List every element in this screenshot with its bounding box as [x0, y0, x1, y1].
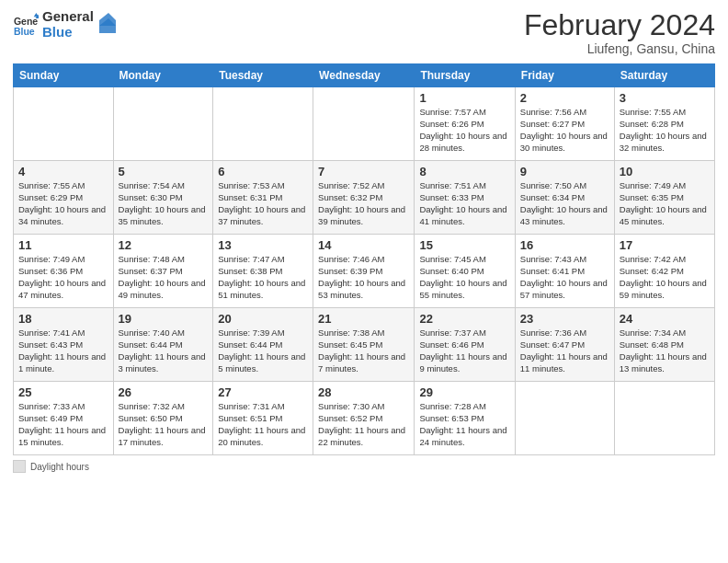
calendar-cell: [313, 87, 415, 161]
day-info: Sunrise: 7:48 AM Sunset: 6:37 PM Dayligh…: [119, 254, 209, 301]
svg-text:Blue: Blue: [14, 25, 35, 36]
month-title: February 2024: [524, 9, 715, 41]
day-number: 19: [119, 312, 209, 326]
day-info: Sunrise: 7:47 AM Sunset: 6:38 PM Dayligh…: [218, 254, 308, 301]
day-info: Sunrise: 7:31 AM Sunset: 6:51 PM Dayligh…: [218, 401, 308, 448]
day-info: Sunrise: 7:49 AM Sunset: 6:35 PM Dayligh…: [620, 180, 710, 227]
day-info: Sunrise: 7:39 AM Sunset: 6:44 PM Dayligh…: [218, 327, 308, 374]
calendar-cell: 9Sunrise: 7:50 AM Sunset: 6:34 PM Daylig…: [515, 161, 614, 235]
calendar-cell: 29Sunrise: 7:28 AM Sunset: 6:53 PM Dayli…: [415, 382, 515, 455]
calendar-week-1: 4Sunrise: 7:55 AM Sunset: 6:29 PM Daylig…: [14, 161, 715, 235]
day-info: Sunrise: 7:30 AM Sunset: 6:52 PM Dayligh…: [318, 401, 409, 448]
calendar-cell: 10Sunrise: 7:49 AM Sunset: 6:35 PM Dayli…: [614, 161, 714, 235]
day-info: Sunrise: 7:32 AM Sunset: 6:50 PM Dayligh…: [119, 401, 209, 448]
footer: Daylight hours: [13, 460, 715, 473]
calendar-cell: 17Sunrise: 7:42 AM Sunset: 6:42 PM Dayli…: [614, 235, 714, 308]
calendar-cell: 11Sunrise: 7:49 AM Sunset: 6:36 PM Dayli…: [14, 235, 114, 308]
calendar-week-3: 18Sunrise: 7:41 AM Sunset: 6:43 PM Dayli…: [14, 308, 715, 382]
day-info: Sunrise: 7:34 AM Sunset: 6:48 PM Dayligh…: [620, 327, 710, 374]
legend-box: [13, 460, 26, 473]
calendar-cell: 16Sunrise: 7:43 AM Sunset: 6:41 PM Dayli…: [515, 235, 614, 308]
day-number: 18: [18, 312, 108, 326]
calendar-cell: 21Sunrise: 7:38 AM Sunset: 6:45 PM Dayli…: [313, 308, 415, 382]
calendar-cell: 5Sunrise: 7:54 AM Sunset: 6:30 PM Daylig…: [113, 161, 213, 235]
day-number: 9: [520, 165, 609, 178]
day-number: 3: [620, 91, 710, 105]
logo-blue: Blue: [42, 25, 94, 40]
calendar-cell: 18Sunrise: 7:41 AM Sunset: 6:43 PM Dayli…: [14, 308, 114, 382]
calendar-header-sunday: Sunday: [14, 64, 114, 87]
day-number: 6: [218, 165, 308, 178]
calendar-header-tuesday: Tuesday: [213, 64, 313, 87]
day-number: 14: [318, 238, 409, 252]
calendar-header-thursday: Thursday: [415, 64, 515, 87]
day-info: Sunrise: 7:52 AM Sunset: 6:32 PM Dayligh…: [318, 180, 409, 227]
day-number: 21: [318, 312, 409, 326]
day-number: 15: [419, 238, 509, 252]
header: General Blue General Blue February 2024 …: [13, 9, 715, 56]
calendar-cell: 20Sunrise: 7:39 AM Sunset: 6:44 PM Dayli…: [213, 308, 313, 382]
calendar-cell: 15Sunrise: 7:45 AM Sunset: 6:40 PM Dayli…: [415, 235, 515, 308]
calendar-header-saturday: Saturday: [614, 64, 714, 87]
day-number: 27: [218, 385, 308, 399]
calendar-header-wednesday: Wednesday: [313, 64, 415, 87]
calendar-week-2: 11Sunrise: 7:49 AM Sunset: 6:36 PM Dayli…: [14, 235, 715, 308]
calendar-cell: 28Sunrise: 7:30 AM Sunset: 6:52 PM Dayli…: [313, 382, 415, 455]
day-info: Sunrise: 7:56 AM Sunset: 6:27 PM Dayligh…: [520, 107, 609, 154]
day-number: 12: [119, 238, 209, 252]
day-info: Sunrise: 7:46 AM Sunset: 6:39 PM Dayligh…: [318, 254, 409, 301]
day-number: 29: [419, 385, 509, 399]
calendar-week-4: 25Sunrise: 7:33 AM Sunset: 6:49 PM Dayli…: [14, 382, 715, 455]
day-info: Sunrise: 7:41 AM Sunset: 6:43 PM Dayligh…: [18, 327, 108, 374]
day-info: Sunrise: 7:36 AM Sunset: 6:47 PM Dayligh…: [520, 327, 609, 374]
calendar-cell: [614, 382, 714, 455]
day-number: 17: [620, 238, 710, 252]
day-number: 1: [419, 91, 509, 105]
calendar-cell: 1Sunrise: 7:57 AM Sunset: 6:26 PM Daylig…: [415, 87, 515, 161]
day-info: Sunrise: 7:28 AM Sunset: 6:53 PM Dayligh…: [419, 401, 509, 448]
calendar-cell: 6Sunrise: 7:53 AM Sunset: 6:31 PM Daylig…: [213, 161, 313, 235]
logo-general: General: [42, 9, 94, 25]
day-number: 2: [520, 91, 609, 105]
calendar-week-0: 1Sunrise: 7:57 AM Sunset: 6:26 PM Daylig…: [14, 87, 715, 161]
calendar-header-row: SundayMondayTuesdayWednesdayThursdayFrid…: [14, 64, 715, 87]
day-info: Sunrise: 7:54 AM Sunset: 6:30 PM Dayligh…: [119, 180, 209, 227]
location: Liufeng, Gansu, China: [524, 41, 715, 56]
calendar-cell: 25Sunrise: 7:33 AM Sunset: 6:49 PM Dayli…: [14, 382, 114, 455]
calendar-cell: 22Sunrise: 7:37 AM Sunset: 6:46 PM Dayli…: [415, 308, 515, 382]
day-number: 24: [620, 312, 710, 326]
calendar-cell: 4Sunrise: 7:55 AM Sunset: 6:29 PM Daylig…: [14, 161, 114, 235]
calendar-cell: 14Sunrise: 7:46 AM Sunset: 6:39 PM Dayli…: [313, 235, 415, 308]
day-info: Sunrise: 7:55 AM Sunset: 6:28 PM Dayligh…: [620, 107, 710, 154]
day-info: Sunrise: 7:33 AM Sunset: 6:49 PM Dayligh…: [18, 401, 108, 448]
day-number: 23: [520, 312, 609, 326]
day-info: Sunrise: 7:43 AM Sunset: 6:41 PM Dayligh…: [520, 254, 609, 301]
calendar-cell: 13Sunrise: 7:47 AM Sunset: 6:38 PM Dayli…: [213, 235, 313, 308]
day-info: Sunrise: 7:38 AM Sunset: 6:45 PM Dayligh…: [318, 327, 409, 374]
calendar-cell: 3Sunrise: 7:55 AM Sunset: 6:28 PM Daylig…: [614, 87, 714, 161]
day-info: Sunrise: 7:57 AM Sunset: 6:26 PM Dayligh…: [419, 107, 509, 154]
calendar-cell: 12Sunrise: 7:48 AM Sunset: 6:37 PM Dayli…: [113, 235, 213, 308]
calendar-header-monday: Monday: [113, 64, 213, 87]
legend-label: Daylight hours: [30, 462, 89, 472]
day-number: 16: [520, 238, 609, 252]
day-info: Sunrise: 7:37 AM Sunset: 6:46 PM Dayligh…: [419, 327, 509, 374]
day-number: 26: [119, 385, 209, 399]
footer-legend: Daylight hours: [13, 460, 89, 473]
day-info: Sunrise: 7:42 AM Sunset: 6:42 PM Dayligh…: [620, 254, 710, 301]
day-info: Sunrise: 7:55 AM Sunset: 6:29 PM Dayligh…: [18, 180, 108, 227]
calendar-cell: 8Sunrise: 7:51 AM Sunset: 6:33 PM Daylig…: [415, 161, 515, 235]
page: General Blue General Blue February 2024 …: [0, 0, 728, 563]
calendar-cell: [113, 87, 213, 161]
calendar-table: SundayMondayTuesdayWednesdayThursdayFrid…: [13, 63, 715, 455]
day-number: 28: [318, 385, 409, 399]
day-number: 8: [419, 165, 509, 178]
day-info: Sunrise: 7:53 AM Sunset: 6:31 PM Dayligh…: [218, 180, 308, 227]
day-number: 11: [18, 238, 108, 252]
day-info: Sunrise: 7:51 AM Sunset: 6:33 PM Dayligh…: [419, 180, 509, 227]
day-number: 22: [419, 312, 509, 326]
calendar-cell: 7Sunrise: 7:52 AM Sunset: 6:32 PM Daylig…: [313, 161, 415, 235]
calendar-cell: 24Sunrise: 7:34 AM Sunset: 6:48 PM Dayli…: [614, 308, 714, 382]
day-number: 10: [620, 165, 710, 178]
calendar-cell: [213, 87, 313, 161]
